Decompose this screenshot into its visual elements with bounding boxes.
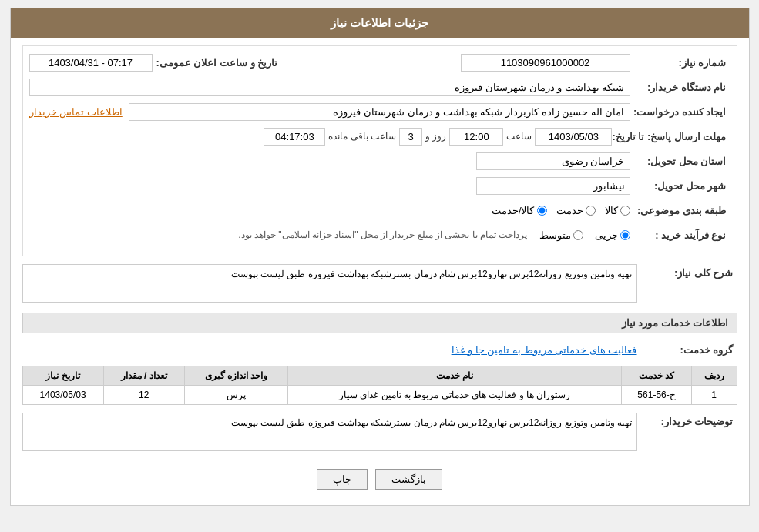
services-section-title: اطلاعات خدمات مورد نیاز [22,313,737,333]
col-unit: واحد اندازه گیری [184,366,288,386]
province-value: خراسان رضوی [476,152,630,170]
buyer-org-value: شبکه بهداشت و درمان شهرستان فیروزه [29,79,630,96]
deadline-date: 1403/05/03 [535,128,612,146]
buyer-notes-textarea[interactable] [22,413,637,451]
purchase-radio-mutavasset[interactable]: متوسط [539,229,583,241]
creator-value: امان اله حسین زاده کاربرداز شبکه بهداشت … [129,103,630,121]
need-number-value: 1103090961000002 [461,54,630,72]
deadline-label: مهلت ارسال پاسخ: تا تاریخ: [612,131,730,142]
services-table: ردیف کد خدمت نام خدمت واحد اندازه گیری ت… [22,366,737,405]
deadline-days: 3 [399,128,422,146]
col-row: ردیف [691,366,737,386]
need-desc-label: شرح کلی نیاز: [637,264,737,279]
city-label: شهر محل تحویل: [630,180,730,192]
cell-code: ح-56-561 [622,386,692,405]
need-desc-textarea[interactable] [22,264,637,303]
province-label: استان محل تحویل: [630,156,730,167]
cell-row: 1 [691,386,737,405]
buyer-notes-label: توضیحات خریدار: [637,413,737,427]
col-name: نام خدمت [288,366,622,386]
announce-label: تاریخ و ساعت اعلان عمومی: [153,57,282,69]
creator-label: ایجاد کننده درخواست: [630,106,730,118]
deadline-time: 12:00 [449,128,503,146]
print-button[interactable]: چاپ [317,469,368,490]
category-radio-kala-khedmat[interactable]: کالا/خدمت [492,205,547,216]
page-title: جزئیات اطلاعات نیاز [331,16,428,29]
deadline-remaining: 04:17:03 [264,128,325,146]
city-value: نیشابور [476,177,630,195]
category-label: طبقه بندی موضوعی: [630,205,730,216]
buyer-org-label: نام دستگاه خریدار: [630,82,730,93]
purchase-radio-jozi[interactable]: جزیی [595,229,630,241]
purchase-note: پرداخت تمام یا بخشی از مبلغ خریدار از مح… [238,229,527,240]
cell-unit: پرس [184,386,288,405]
category-radio-khedmat[interactable]: خدمت [556,205,596,216]
deadline-time-label: ساعت [506,131,532,142]
col-code: کد خدمت [622,366,692,386]
announce-value: 1403/04/31 - 07:17 [29,54,153,72]
button-row: بازگشت چاپ [22,461,737,497]
table-row: 1 ح-56-561 رستوران ها و فعالیت های خدمات… [22,386,737,405]
deadline-days-label: روز و [425,131,446,142]
cell-qty: 12 [103,386,184,405]
purchase-type-label: نوع فرآیند خرید : [630,229,730,241]
back-button[interactable]: بازگشت [375,469,442,490]
cell-date: 1403/05/03 [22,386,103,405]
col-qty: تعداد / مقدار [103,366,184,386]
service-group-value[interactable]: فعالیت های خدماتی مربوط به تامین جا و غذ… [452,344,637,356]
need-number-label: شماره نیاز: [630,57,730,69]
col-date: تاریخ نیاز [22,366,103,386]
cell-name: رستوران ها و فعالیت های خدماتی مربوط به … [288,386,622,405]
page-header: جزئیات اطلاعات نیاز [11,8,749,38]
service-group-label: گروه خدمت: [637,344,737,356]
creator-contact-link[interactable]: اطلاعات تماس خریدار [29,106,123,118]
category-radio-kala[interactable]: کالا [605,205,630,216]
deadline-remaining-label: ساعت باقی مانده [328,131,396,142]
